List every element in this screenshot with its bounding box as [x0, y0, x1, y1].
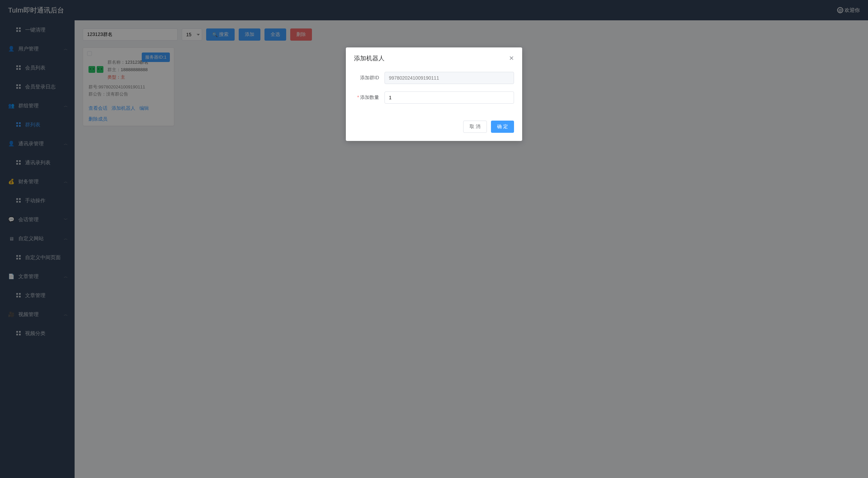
modal-title: 添加机器人 [354, 54, 384, 62]
group-id-label: 添加群ID [354, 75, 384, 81]
count-label: *添加数量 [354, 95, 384, 101]
cancel-button[interactable]: 取 消 [463, 121, 487, 133]
close-icon[interactable]: ✕ [509, 55, 514, 62]
confirm-button[interactable]: 确 定 [491, 121, 514, 133]
group-id-input [384, 72, 514, 84]
modal-overlay[interactable]: 添加机器人 ✕ 添加群ID *添加数量 取 消 确 定 [0, 0, 868, 478]
add-robot-modal: 添加机器人 ✕ 添加群ID *添加数量 取 消 确 定 [346, 47, 522, 141]
count-input[interactable] [384, 91, 514, 104]
